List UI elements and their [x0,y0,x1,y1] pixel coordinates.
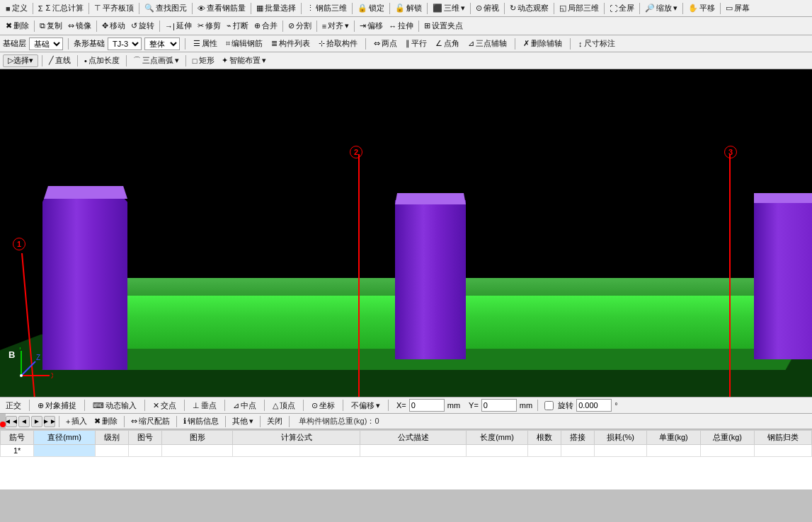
col-count: 根数 [527,431,561,445]
layer-bar: 基础层 基础 条形基础 TJ-3 整体 ☰ 属性 ⌗ 编辑钢筋 ≣ 构件列表 ⊹… [0,35,812,52]
tb-mirror[interactable]: ⇔ 镜像 [65,20,94,32]
tb-sum[interactable]: Σ Σ 汇总计算 [35,2,87,14]
svg-point-6 [20,374,23,377]
toolbar-row-2: ✖ 删除 ⧉ 复制 ⇔ 镜像 ✥ 移动 ↺ 旋转 →| 延伸 ✂ 修剪 ⌁ 打断… [0,17,812,35]
btn-other[interactable]: 其他 ▾ [229,415,256,427]
tb-extend[interactable]: →| 延伸 [162,20,195,32]
tb-3pt-arc[interactable]: ⌒ 三点画弧 ▾ [130,54,182,66]
btn-ortho[interactable]: 正交 [3,400,24,412]
tb-split[interactable]: ⊘ 分割 [285,20,314,32]
tb-dimension[interactable]: ↕ 尺寸标注 [576,37,618,50]
btn-delete-rebar[interactable]: ✖ 删除 [91,415,120,427]
tb-local3d[interactable]: ◱ 局部三维 [556,2,602,14]
btn-scale-rebar[interactable]: ⇔ 缩尺配筋 [128,415,173,427]
tb-3d[interactable]: ⬛ 三维 ▾ [430,2,468,14]
rotate-label: 旋转 [558,400,573,411]
tb-unlock[interactable]: 🔓 解锁 [392,2,425,14]
tb-angle[interactable]: ∠ 点角 [433,37,462,50]
nav-first[interactable]: ◄◄ [6,416,17,427]
tb-zoom[interactable]: 🔎 缩放 ▾ [642,2,680,14]
tb-screen[interactable]: ▭ 屏幕 [723,2,753,14]
rebar-table: 筋号 直径(mm) 级别 图号 图形 计算公式 公式描述 长度(mm) 根数 搭… [0,430,812,457]
tb-property[interactable]: ☰ 属性 [190,37,220,50]
tb-pick[interactable]: ⊹ 拾取构件 [316,37,360,50]
col-overlap: 搭接 [561,431,594,445]
tb-part-list[interactable]: ≣ 构件列表 [268,37,313,50]
btn-dynin[interactable]: ⌨ 动态输入 [90,400,139,412]
tb-move[interactable]: ✥ 移动 [99,20,128,32]
tb-break[interactable]: ⌁ 打断 [224,20,251,32]
tb-3pt-axis[interactable]: ⊿ 三点辅轴 [465,37,510,50]
btn-rebar-info[interactable]: ℹ 钢筋信息 [181,415,222,427]
viewport-3d[interactable]: 1 2 3 1 2 3 B X Y Z [0,69,812,397]
tb-smart[interactable]: ✦ 智能布置 ▾ [219,54,269,66]
y-input[interactable] [481,399,517,412]
rsep1 [59,416,59,427]
btn-coord[interactable]: ⊙ 坐标 [309,400,338,412]
tb-edit-rebar[interactable]: ⌗ 编辑钢筋 [223,37,265,50]
tb-draw-line[interactable]: ╱ 直线 [46,54,74,66]
tb-orbit[interactable]: ↻ 动态观察 [507,2,551,14]
btn-snap[interactable]: ⊕ 对象捕捉 [35,400,79,412]
tb-stretch[interactable]: ↔ 拉伸 [386,20,416,32]
layer-label: 基础层 [3,38,26,49]
ssep5 [224,400,225,411]
rebar-total-weight: 单构件钢筋总重(kg)：0 [299,416,379,427]
tb-fullscreen[interactable]: ⛶ 全屏 [607,2,637,14]
btn-intersect[interactable]: ✕ 交点 [150,400,179,412]
sep-e7 [418,21,419,32]
btn-perp[interactable]: ⊥ 垂点 [190,400,219,412]
tb-batch[interactable]: ▦ 批量选择 [253,2,299,14]
btn-close-rebar[interactable]: 关闭 [264,415,285,427]
tb-trim[interactable]: ✂ 修剪 [195,20,224,32]
btn-insert-rebar[interactable]: + 插入 [63,415,90,427]
sep-e2 [96,21,97,32]
cell-grade [95,445,128,457]
component-scope-select[interactable]: 整体 [144,37,180,50]
tb-align2[interactable]: ≡ 对齐 ▾ [319,20,352,32]
tb-define[interactable]: ■ 定义 [3,2,30,14]
tb-merge[interactable]: ⊕ 合并 [251,20,280,32]
tb-point-len[interactable]: • 点加长度 [81,54,122,66]
rotate-input[interactable] [576,399,612,412]
btn-vertex[interactable]: △ 顶点 [270,400,298,412]
tb-3d-rebar[interactable]: ⋮ 钢筋三维 [304,2,350,14]
tb-rebar-view[interactable]: 👁 查看钢筋量 [195,2,248,14]
tb-grip[interactable]: ⊞ 设置夹点 [421,20,466,32]
tb-two-point[interactable]: ⇔ 两点 [371,37,400,50]
tb-del-axis[interactable]: ✗ 删除辅轴 [520,37,565,50]
ssep2 [84,400,85,411]
draw-bar: ▷ 选择 ▾ ╱ 直线 • 点加长度 ⌒ 三点画弧 ▾ □ 矩形 ✦ 智能布置 … [0,52,812,69]
tb-delete[interactable]: ✖ 删除 [3,20,32,32]
svg-line-4 [21,361,35,376]
tb-pan[interactable]: ✋ 平移 [685,2,718,14]
dsep4 [185,55,186,66]
svg-text:Y: Y [18,347,23,351]
btn-select[interactable]: ▷ 选择 ▾ [3,54,38,67]
tb-topview[interactable]: ⊙ 俯视 [473,2,502,14]
column-right-top [754,193,812,203]
tb-rotate[interactable]: ↺ 旋转 [128,20,157,32]
rsep4 [225,416,226,427]
nav-prev[interactable]: ◄ [18,416,30,427]
tb-find[interactable]: 🔍 查找图元 [142,2,190,14]
marker-1-top: 1 [13,238,25,250]
btn-no-offset[interactable]: 不偏移 ▾ [348,400,383,412]
table-row: 1* [1,445,812,457]
x-input[interactable] [409,399,445,412]
rsep5 [260,416,261,427]
col-no: 筋号 [1,431,34,445]
rotate-checkbox[interactable] [544,401,554,410]
component-type-select[interactable]: TJ-3 [108,37,142,50]
tb-copy[interactable]: ⧉ 复制 [37,20,65,32]
btn-midpt[interactable]: ⊿ 中点 [230,400,259,412]
nav-next[interactable]: ► [31,416,42,427]
tb-lock[interactable]: 🔒 锁定 [355,2,387,14]
nav-last[interactable]: ►► [44,416,55,427]
tb-align-top[interactable]: ⊤ 平齐板顶 [91,2,137,14]
tb-offset[interactable]: ⇥ 偏移 [357,20,386,32]
tb-parallel[interactable]: ∥ 平行 [403,37,430,50]
tb-rect[interactable]: □ 矩形 [190,54,217,66]
layer-select[interactable]: 基础 [29,37,63,50]
cell-diameter[interactable] [34,445,95,457]
